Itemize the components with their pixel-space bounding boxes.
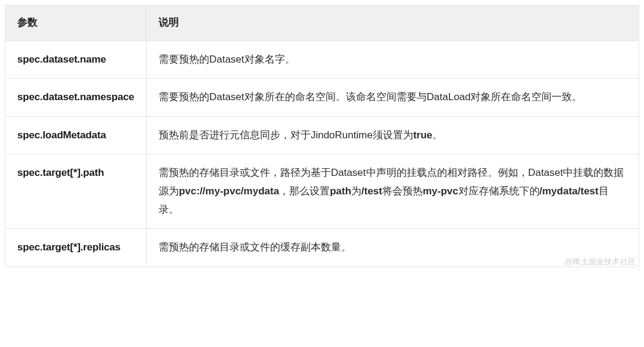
- desc-cell: 需要预热的Dataset对象名字。: [146, 41, 639, 79]
- param-cell: spec.target[*].replicas: [5, 229, 147, 267]
- desc-segment: 将会预热: [382, 185, 423, 197]
- desc-segment: 为: [351, 185, 361, 197]
- desc-segment: 需要预热的Dataset对象所在的命名空间。该命名空间需要与DataLoad对象…: [159, 91, 582, 103]
- desc-segment: 需要预热的Dataset对象名字。: [159, 54, 295, 65]
- desc-bold-segment: true: [413, 129, 432, 141]
- desc-bold-segment: path: [330, 185, 351, 197]
- table-row: spec.target[*].replicas需预热的存储目录或文件的缓存副本数…: [5, 229, 639, 267]
- header-desc: 说明: [146, 5, 639, 41]
- desc-segment: ，那么设置: [279, 185, 330, 197]
- table-row: spec.dataset.namespace需要预热的Dataset对象所在的命…: [5, 79, 639, 117]
- desc-segment: 需预热的存储目录或文件的缓存副本数量。: [159, 241, 351, 253]
- desc-bold-segment: /mydata/test: [540, 185, 599, 197]
- desc-bold-segment: pvc://my-pvc/mydata: [179, 185, 279, 197]
- param-cell: spec.dataset.namespace: [5, 79, 147, 117]
- desc-segment: 预热前是否进行元信息同步，对于JindoRuntime须设置为: [159, 129, 413, 141]
- desc-segment: 。: [432, 129, 442, 141]
- table-row: spec.dataset.name需要预热的Dataset对象名字。: [5, 41, 639, 79]
- desc-bold-segment: my-pvc: [423, 185, 459, 197]
- desc-segment: 对应存储系统下的: [459, 185, 540, 197]
- params-table: 参数 说明 spec.dataset.name需要预热的Dataset对象名字。…: [5, 5, 639, 267]
- desc-bold-segment: /test: [361, 185, 382, 197]
- watermark: @稀土掘金技术社区: [565, 256, 636, 267]
- param-cell: spec.target[*].path: [5, 154, 147, 229]
- table-header-row: 参数 说明: [5, 5, 639, 41]
- desc-cell: 需预热的存储目录或文件，路径为基于Dataset中声明的挂载点的相对路径。例如，…: [146, 154, 639, 229]
- param-cell: spec.loadMetadata: [5, 116, 147, 154]
- table-row: spec.loadMetadata预热前是否进行元信息同步，对于JindoRun…: [5, 116, 639, 154]
- param-cell: spec.dataset.name: [5, 41, 147, 79]
- desc-cell: 预热前是否进行元信息同步，对于JindoRuntime须设置为true。: [146, 116, 639, 154]
- table-row: spec.target[*].path需预热的存储目录或文件，路径为基于Data…: [5, 154, 639, 229]
- header-param: 参数: [5, 5, 147, 41]
- desc-cell: 需要预热的Dataset对象所在的命名空间。该命名空间需要与DataLoad对象…: [146, 79, 639, 117]
